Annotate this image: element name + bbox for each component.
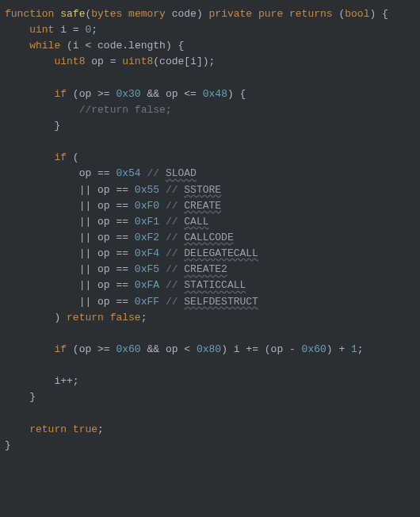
line-while: while (i < code.length) {	[29, 40, 184, 52]
brace-close-fn: }	[5, 439, 11, 451]
cond-callcode: || op == 0xF2 // CALLCODE	[79, 232, 234, 243]
line-return-true: return true;	[29, 423, 104, 435]
cond-delegatecall: || op == 0xF4 // DELEGATECALL	[79, 247, 258, 259]
code-block: function safe(bytes memory code) private…	[0, 0, 420, 460]
line-if3: if (op >= 0x60 && op < 0x80) i += (op - …	[54, 343, 363, 355]
cond-selfdestruct: || op == 0xFF // SELFDESTRUCT	[79, 296, 258, 308]
kw-function: function	[5, 8, 54, 20]
line-decl-op: uint8 op = uint8(code[i]);	[54, 56, 215, 67]
brace-close-while: }	[29, 391, 36, 403]
cond-create: || op == 0xF0 // CREATE	[79, 200, 221, 212]
cond-sstore: || op == 0x55 // SSTORE	[79, 184, 221, 196]
cond-create2: || op == 0xF5 // CREATE2	[79, 263, 227, 275]
line-if2-open: if (	[54, 151, 78, 163]
cond-sload: op == 0x54 // SLOAD	[79, 167, 197, 179]
cond-staticcall: || op == 0xFA // STATICCALL	[79, 279, 246, 291]
brace-close-if1: }	[54, 120, 60, 132]
cond-call: || op == 0xF1 // CALL	[79, 216, 209, 228]
comment-return-false: //return false;	[79, 104, 172, 116]
line-if2-close: ) return false;	[54, 312, 147, 324]
fn-name: safe	[60, 8, 85, 20]
line-inc: i++;	[54, 375, 78, 387]
line-decl-i: uint i = 0;	[29, 24, 97, 36]
line-sig: function safe(bytes memory code) private…	[5, 8, 388, 20]
line-if1: if (op >= 0x30 && op <= 0x48) {	[54, 88, 246, 100]
